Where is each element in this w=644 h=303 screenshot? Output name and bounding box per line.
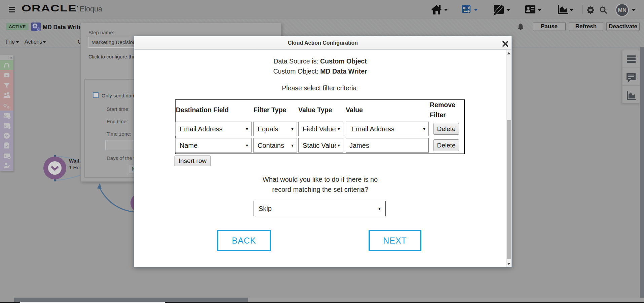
svg-text:▸: ▸ bbox=[8, 126, 10, 129]
svg-text:★: ★ bbox=[5, 74, 8, 77]
svg-text:⚙: ⚙ bbox=[4, 114, 7, 118]
svg-text:MN: MN bbox=[618, 7, 627, 13]
svg-text:⚙: ⚙ bbox=[3, 103, 7, 108]
svg-text:⚙: ⚙ bbox=[4, 124, 7, 128]
svg-text:+: + bbox=[8, 116, 10, 119]
svg-text:Wait: Wait bbox=[69, 158, 79, 164]
svg-text:★: ★ bbox=[37, 27, 41, 32]
svg-text:⚙: ⚙ bbox=[7, 105, 10, 109]
